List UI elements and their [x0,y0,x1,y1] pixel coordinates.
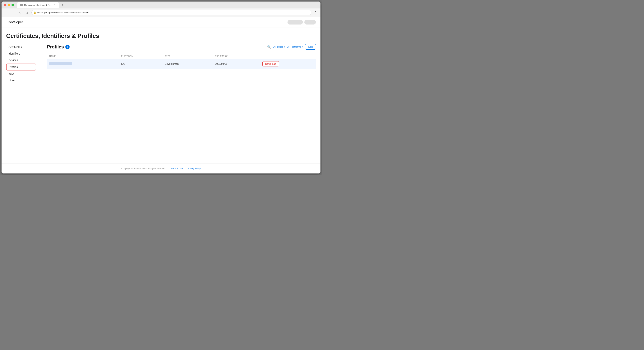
page-footer: Copyright © 2020 Apple Inc. All rights r… [2,163,320,173]
footer-divider: | [168,167,168,170]
add-profile-button[interactable]: + [65,45,70,49]
table-row: iOS Development 2021/04/08 Download [47,59,316,69]
col-header-action [260,53,316,59]
header-right [288,20,316,24]
edit-button[interactable]: Edit [305,44,316,50]
apple-header: Developer [2,17,320,28]
page-title: Certificates, Identifiers & Profiles [6,32,316,39]
sidebar: Certificates Identifiers Devices Profile… [6,44,41,163]
profiles-header: Profiles + 🔍 All Types ▾ All Platforms [47,44,316,50]
footer-divider-2: | [185,167,185,170]
privacy-policy-link[interactable]: Privacy Policy [188,167,200,170]
profile-expiration-cell: 2021/04/08 [212,59,260,69]
developer-label: Developer [8,20,23,24]
traffic-lights [4,4,14,6]
home-button[interactable]: ⌂ [24,10,30,15]
col-header-expiration: EXPIRATION [212,53,260,59]
reload-button[interactable]: ↻ [18,10,23,15]
all-types-dropdown[interactable]: All Types ▾ [273,45,285,48]
active-tab[interactable]: Certificates, Identifiers & Profile… ✕ [17,2,59,8]
tab-bar: Certificates, Identifiers & Profile… ✕ + [17,2,318,8]
new-tab-button[interactable]: + [60,2,65,8]
toolbar-right: ⋮ [313,10,318,15]
col-header-platform: PLATFORM [119,53,162,59]
more-options-button[interactable]: ⋮ [313,10,318,15]
back-button[interactable]: ← [4,10,9,15]
browser-window: Certificates, Identifiers & Profile… ✕ +… [2,1,320,173]
tab-title: Certificates, Identifiers & Profile… [24,4,52,6]
profiles-title-area: Profiles + [47,44,70,50]
maximize-button[interactable] [12,4,14,6]
all-platforms-dropdown[interactable]: All Platforms ▾ [287,45,303,48]
profile-type-cell: Development [162,59,212,69]
profiles-section-title: Profiles [47,44,64,50]
lock-icon: 🔒 [34,11,36,14]
page-content: Developer Certificates, Identifiers & Pr… [2,17,320,173]
all-platforms-label: All Platforms [287,45,301,48]
chevron-down-icon: ▾ [284,46,285,48]
forward-button[interactable]: → [11,10,16,15]
tab-close-button[interactable]: ✕ [53,4,56,6]
tab-favicon [20,4,22,6]
address-text: developer.apple.com/account/resources/pr… [38,11,309,14]
sidebar-item-more[interactable]: More [6,77,36,83]
sidebar-item-identifiers[interactable]: Identifiers [6,50,36,57]
filter-area: 🔍 All Types ▾ All Platforms ▾ Edit [267,44,316,50]
profile-platform-cell: iOS [119,59,162,69]
header-pill-1 [288,20,303,24]
header-pill-2 [304,20,316,24]
title-bar: Certificates, Identifiers & Profile… ✕ + [2,1,320,8]
toolbar: ← → ↻ ⌂ 🔒 developer.apple.com/account/re… [2,8,320,17]
copyright-text: Copyright © 2020 Apple Inc. All rights r… [121,167,166,170]
sidebar-item-devices[interactable]: Devices [6,57,36,63]
sidebar-item-certificates[interactable]: Certificates [6,44,36,50]
all-types-label: All Types [273,45,284,48]
sort-arrow-icon: ▾ [56,55,58,57]
sidebar-item-keys[interactable]: Keys [6,71,36,77]
minimize-button[interactable] [8,4,10,6]
content-body: Certificates Identifiers Devices Profile… [6,44,316,163]
profiles-table: NAME ▾ PLATFORM TYPE [47,53,316,69]
apple-logo-area: Developer [6,20,23,24]
col-header-name[interactable]: NAME ▾ [47,53,119,59]
profile-name-cell[interactable] [47,59,119,69]
profile-action-cell: Download [260,59,316,69]
sidebar-item-profiles[interactable]: Profiles [6,63,36,70]
terms-of-use-link[interactable]: Terms of Use [170,167,183,170]
chevron-down-icon-platforms: ▾ [302,46,303,48]
close-button[interactable] [4,4,6,6]
main-panel: Profiles + 🔍 All Types ▾ All Platforms [41,44,316,163]
col-header-type: TYPE [162,53,212,59]
download-button[interactable]: Download [262,61,279,66]
address-bar[interactable]: 🔒 developer.apple.com/account/resources/… [32,10,311,15]
profile-name-placeholder [49,62,72,65]
search-icon[interactable]: 🔍 [267,45,271,49]
